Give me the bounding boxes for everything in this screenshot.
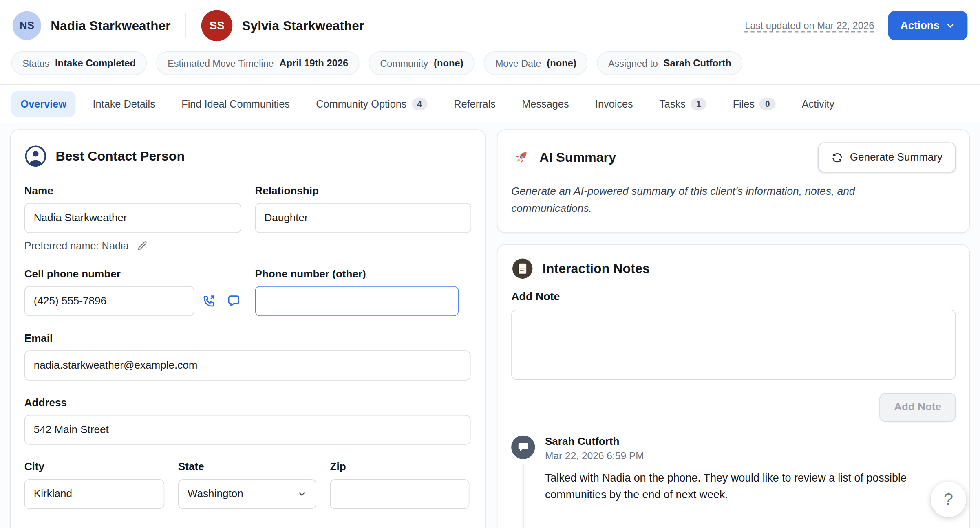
note-timestamp: Mar 22, 2026 6:59 PM (545, 451, 931, 462)
tab-files[interactable]: Files0 (724, 91, 785, 117)
preferred-name-row: Preferred name: Nadia (24, 240, 241, 252)
name-label: Name (24, 185, 241, 198)
question-icon: ? (944, 490, 953, 509)
tab-referrals[interactable]: Referrals (444, 91, 505, 117)
zip-label: Zip (330, 461, 470, 474)
email-field-group: Email (24, 332, 471, 381)
tab-label: Tasks (659, 98, 686, 110)
zip-input[interactable] (330, 479, 470, 509)
pill-label: Move Date (495, 58, 541, 68)
chat-bubble-icon (517, 441, 530, 454)
status-pill-community[interactable]: Community (none) (369, 51, 475, 75)
city-field-group: City (24, 461, 164, 509)
city-label: City (24, 461, 164, 474)
email-row: Email (24, 332, 471, 381)
help-button[interactable]: ? (931, 482, 966, 517)
pill-label: Community (380, 58, 428, 68)
tab-label: Invoices (595, 98, 633, 110)
chevron-down-icon (297, 489, 307, 499)
status-pill-row: Status Intake Completed Estimated Move T… (0, 50, 980, 84)
send-sms-button[interactable] (226, 294, 241, 309)
tab-messages[interactable]: Messages (512, 91, 578, 117)
tab-label: Community Options (316, 98, 406, 110)
preferred-name-text: Preferred name: Nadia (24, 240, 129, 252)
tab-overview[interactable]: Overview (11, 91, 76, 117)
tab-badge: 0 (759, 98, 775, 110)
state-label: State (178, 461, 316, 474)
refresh-icon (831, 152, 843, 163)
phone-row: Cell phone number (24, 268, 471, 316)
note-author-avatar (511, 436, 535, 459)
last-updated-link[interactable]: Last updated on Mar 22, 2026 (745, 20, 874, 31)
crm-app: NS Nadia Starkweather SS Sylvia Starkwea… (0, 0, 980, 528)
address-field-group: Address (24, 397, 471, 445)
other-phone-field-group: Phone number (other) (255, 268, 471, 316)
tab-badge: 4 (412, 98, 428, 110)
avatar-primary: NS (13, 11, 42, 40)
generate-summary-label: Generate Summary (850, 151, 942, 164)
status-pill-move-timeline[interactable]: Estimated Move Timeline April 19th 2026 (157, 51, 360, 75)
phone-action-icons (202, 294, 241, 309)
best-contact-card-title: Best Contact Person (55, 149, 185, 164)
tab-activity[interactable]: Activity (792, 91, 844, 117)
client-secondary-name: Sylvia Starkweather (242, 18, 364, 33)
avatar-secondary: SS (201, 10, 233, 42)
status-pill-move-date[interactable]: Move Date (none) (484, 51, 587, 75)
header-divider (185, 13, 186, 38)
state-select[interactable]: Washington (178, 479, 316, 509)
client-chip-primary[interactable]: NS Nadia Starkweather (13, 11, 171, 40)
tab-label: Overview (21, 98, 67, 110)
relationship-label: Relationship (255, 185, 471, 198)
pill-label: Status (22, 58, 49, 68)
city-input[interactable] (24, 479, 164, 509)
name-relationship-row: Name Preferred name: Nadia Relationship (24, 185, 471, 252)
actions-button[interactable]: Actions (888, 11, 967, 40)
add-note-label: Add Note (511, 290, 956, 304)
sms-icon (226, 294, 241, 309)
tab-label: Find Ideal Communities (181, 98, 290, 110)
email-input[interactable] (24, 350, 471, 381)
call-phone-button[interactable] (202, 294, 217, 309)
notes-icon (511, 257, 534, 280)
other-phone-label: Phone number (other) (255, 268, 471, 281)
tab-invoices[interactable]: Invoices (586, 91, 642, 117)
generate-summary-button[interactable]: Generate Summary (818, 143, 956, 173)
pill-label: Assigned to (608, 58, 658, 68)
cell-phone-input[interactable] (24, 286, 194, 316)
pill-value: (none) (434, 57, 464, 69)
tab-community-options[interactable]: Community Options4 (307, 91, 437, 117)
status-pill-assigned-to[interactable]: Assigned to Sarah Cutforth (597, 51, 743, 75)
tab-find-ideal-communities[interactable]: Find Ideal Communities (172, 91, 299, 117)
pill-value: Sarah Cutforth (664, 57, 731, 69)
ai-summary-description: Generate an AI-powered summary of this c… (511, 183, 911, 216)
name-input[interactable] (24, 203, 241, 233)
address-input[interactable] (24, 415, 471, 445)
pencil-icon (136, 240, 148, 252)
note-timeline-rail (511, 436, 535, 528)
client-chip-secondary[interactable]: SS Sylvia Starkweather (201, 10, 364, 42)
add-note-textarea[interactable] (511, 310, 956, 380)
add-note-button[interactable]: Add Note (880, 393, 956, 422)
note-text: Talked with Nadia on the phone. They wou… (545, 470, 931, 502)
address-label: Address (24, 397, 471, 409)
interaction-notes-header: Interaction Notes (511, 257, 956, 280)
ai-summary-title: AI Summary (539, 150, 616, 165)
ai-summary-header: AI Summary Generate Summary (511, 143, 956, 173)
other-phone-input[interactable] (255, 286, 459, 316)
state-select-value: Washington (188, 488, 243, 500)
cell-phone-field-group: Cell phone number (24, 268, 241, 316)
tab-intake-details[interactable]: Intake Details (84, 91, 165, 117)
tab-badge: 1 (691, 98, 706, 110)
status-pill-status[interactable]: Status Intake Completed (11, 51, 147, 75)
tab-label: Activity (802, 98, 834, 110)
tab-label: Referrals (454, 98, 496, 110)
avatar-primary-initials: NS (20, 20, 34, 32)
client-primary-name: Nadia Starkweather (51, 18, 170, 33)
tab-tasks[interactable]: Tasks1 (650, 91, 716, 117)
note-timeline-line (523, 464, 524, 528)
edit-preferred-name-button[interactable] (136, 240, 148, 252)
relationship-input[interactable] (255, 203, 471, 233)
avatar-secondary-initials: SS (210, 19, 225, 32)
interaction-notes-title: Interaction Notes (543, 261, 650, 276)
pill-value: (none) (547, 57, 576, 69)
